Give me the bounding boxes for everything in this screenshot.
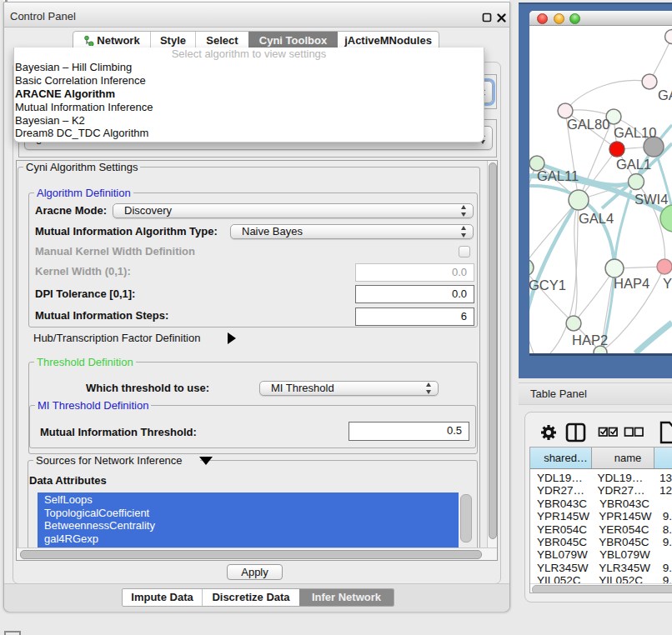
svg-text:SWI4: SWI4 [634,192,668,207]
svg-text:HAP4: HAP4 [614,276,649,291]
svg-text:GAL11: GAL11 [537,168,579,183]
svg-text:Y: Y [663,276,672,291]
svg-text:GAL4: GAL4 [579,211,614,226]
svg-text:GAL10: GAL10 [614,125,656,140]
svg-text:GAL80: GAL80 [567,117,609,132]
svg-text:GAL: GAL [658,88,672,102]
svg-text:GAL1: GAL1 [616,157,651,172]
svg-text:GCY1: GCY1 [529,278,566,292]
svg-text:HAP2: HAP2 [572,332,608,348]
